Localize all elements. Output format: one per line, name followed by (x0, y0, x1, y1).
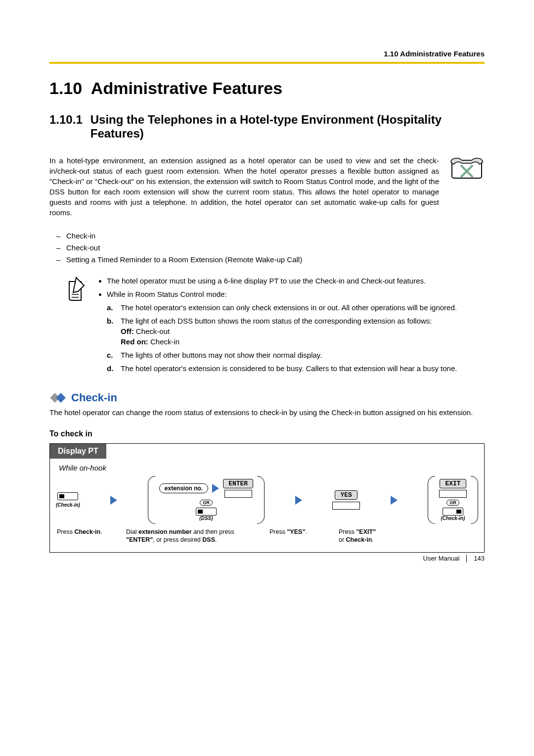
flexible-button-icon (443, 508, 463, 516)
value-off: Check-out (136, 327, 170, 335)
button-label-checkin: (Check-in) (56, 502, 80, 508)
enter-key-label: ENTER (223, 479, 253, 488)
note-block: The hotel operator must be using a 6-lin… (49, 276, 485, 377)
procedure-flow: (Check-in) extension no. ENTER OR (50, 476, 484, 524)
header-rule (49, 62, 485, 64)
note-bullet: The hotel operator must be using a 6-lin… (107, 276, 485, 286)
dss-button-icon (196, 508, 217, 516)
button-label-checkin: (Check-in) (441, 516, 465, 521)
step-press-yes: YES (332, 490, 360, 510)
subsection-number: 1.10.1 (49, 113, 83, 141)
arrow-right-icon (295, 496, 302, 505)
step-press-checkin: (Check-in) (56, 492, 80, 508)
intro-text: In a hotel-type environment, an extensio… (49, 155, 439, 218)
bracket-close-icon (257, 476, 265, 524)
intro-block: In a hotel-type environment, an extensio… (49, 155, 485, 218)
caption-step2: Dial extension number and then press "EN… (126, 528, 269, 544)
bracket-close-icon (471, 476, 478, 524)
procedure-tab: Display PT (50, 444, 106, 459)
procedure-captions: Press Check-in. Dial extension number an… (50, 524, 484, 544)
footer-manual: User Manual (423, 555, 460, 562)
note-bullet: While in Room Status Control mode: a.The… (107, 289, 485, 374)
note-content: The hotel operator must be using a 6-lin… (97, 276, 485, 377)
arrow-right-icon (110, 496, 117, 505)
note-sub-item: b. The light of each DSS button shows th… (121, 316, 485, 347)
feature-dash-list: Check-in Check-out Setting a Timed Remin… (49, 230, 485, 266)
dash-item: Check-in (66, 230, 485, 242)
page-footer: User Manual 143 (423, 555, 485, 563)
dash-item: Check-out (66, 242, 485, 254)
note-sub-item: c.The lights of other buttons may not sh… (121, 350, 485, 360)
procedure-box: Display PT While on-hook (Check-in) exte… (49, 443, 485, 553)
footer-divider (466, 555, 467, 563)
note-sub-text: The hotel operator's extension is consid… (121, 364, 457, 373)
caption-step3: Press "YES". (269, 528, 339, 544)
bracket-open-icon (148, 476, 155, 524)
value-red-on: Check-in (150, 337, 179, 346)
running-header: 1.10 Administrative Features (49, 49, 485, 58)
subsection-name: Using the Telephones in a Hotel-type Env… (90, 113, 485, 141)
button-label-dss: (DSS) (199, 516, 213, 521)
bracket-open-icon (428, 476, 435, 524)
pencil-note-icon (66, 276, 87, 377)
hotel-phone-icon (449, 155, 485, 218)
feature-title-text: Check-in (71, 391, 117, 404)
caption-step4: Press "EXIT" or Check-in. (339, 528, 478, 544)
note-sub-item: a.The hotel operator's extension can onl… (121, 302, 485, 313)
note-sub-text: The light of each DSS button shows the r… (121, 317, 432, 325)
step-dial-extension-group: extension no. ENTER OR (DSS) (148, 476, 265, 524)
note-bullet-text: While in Room Status Control mode: (107, 290, 227, 298)
or-badge: OR (200, 500, 213, 506)
extension-no-pill: extension no. (159, 483, 208, 493)
page: 1.10 Administrative Features 1.10 Admini… (0, 0, 534, 582)
arrow-right-icon (391, 496, 398, 505)
arrow-right-icon (212, 484, 219, 493)
flexible-button-icon (57, 492, 78, 500)
yes-key-label: YES (335, 490, 357, 500)
procedure-condition: While on-hook (50, 459, 484, 476)
caption-step1: Press Check-in. (57, 528, 126, 544)
feature-heading: Check-in (49, 391, 485, 404)
procedure-title: To check in (49, 429, 485, 438)
softkey-icon (332, 502, 360, 510)
exit-key-label: EXIT (440, 479, 466, 488)
subsection-title: 1.10.1 Using the Telephones in a Hotel-t… (49, 113, 485, 141)
note-sub-text: The hotel operator's extension can only … (121, 303, 457, 312)
label-red-on: Red on: (121, 337, 148, 346)
feature-description: The hotel operator can change the room s… (49, 407, 485, 418)
label-off: Off: (121, 327, 134, 335)
step-exit-group: EXIT OR (Check-in) (428, 476, 478, 524)
diamond-bullet-icon (49, 393, 67, 403)
softkey-icon (224, 490, 252, 498)
dash-item: Setting a Timed Reminder to a Room Exten… (66, 254, 485, 266)
softkey-icon (439, 490, 467, 498)
section-name: Administrative Features (91, 79, 282, 97)
section-number: 1.10 (49, 79, 82, 97)
footer-page-number: 143 (474, 555, 485, 562)
note-sub-text: The lights of other buttons may not show… (121, 351, 322, 359)
note-sub-item: d.The hotel operator's extension is cons… (121, 363, 485, 374)
or-badge: OR (446, 500, 459, 506)
section-title: 1.10 Administrative Features (49, 79, 485, 98)
